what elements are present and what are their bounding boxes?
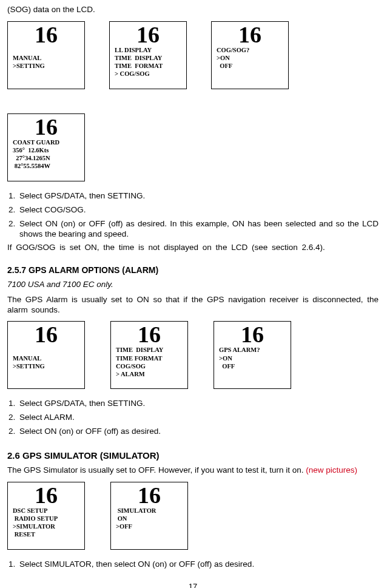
lcd-channel: 16 <box>10 484 82 507</box>
lcd-channel: 16 <box>10 23 82 46</box>
step-number: 1. <box>8 399 19 409</box>
lcd-channel: 16 <box>113 323 185 346</box>
lcd-channel: 16 <box>112 23 184 46</box>
step-number: 2. <box>8 413 19 423</box>
page-number: 17 <box>7 582 379 589</box>
section-heading-26: 2.6 GPS SIMULATOR (SIMULATOR) <box>7 450 379 462</box>
lcd-lines: LL DISPLAY TIME DISPLAY TIME FORMAT > CO… <box>112 46 184 78</box>
lcd-screen: 16 MANUAL >SETTING <box>7 321 85 389</box>
lcd-screen: 16 COG/SOG? >ON OFF <box>211 21 289 89</box>
lcd-lines: GPS ALARM? >ON OFF <box>217 346 288 370</box>
section-subtitle: 7100 USA and 7100 EC only. <box>7 280 379 290</box>
lcd-screen: 16 COAST GUARD 356° 12.6Kts 27°34.1265N … <box>7 113 85 181</box>
step-text: Select SIMULATOR, then select ON (on) or… <box>19 559 379 570</box>
note-text: If GOG/SOG is set ON, the time is not di… <box>7 243 379 253</box>
step-text: Select ALARM. <box>19 413 379 423</box>
intro-text: (SOG) data on the LCD. <box>7 5 379 15</box>
lcd-channel: 16 <box>113 484 185 507</box>
lcd-lines: MANUAL >SETTING <box>10 46 82 70</box>
step-text: Select ON (on) or OFF (off) as desired. <box>19 427 379 437</box>
lcd-lines: MANUAL >SETTING <box>10 346 82 370</box>
lcd-lines: COAST GUARD 356° 12.6Kts 27°34.1265N 82°… <box>10 138 82 171</box>
lcd-channel: 16 <box>217 323 288 346</box>
lcd-row-2: 16 MANUAL >SETTING 16 TIME DISPLAY TIME … <box>7 321 379 389</box>
lcd-channel: 16 <box>10 115 82 138</box>
step-text: Select GPS/DATA, then SETTING. <box>19 191 379 201</box>
editorial-note: (new pictures) <box>306 465 357 475</box>
section-desc: The GPS Alarm is usually set to ON so th… <box>7 295 379 316</box>
lcd-lines: TIME DISPLAY TIME FORMAT COG/SOG > ALARM <box>113 346 185 378</box>
step-text: Select COG/SOG. <box>19 205 379 215</box>
lcd-lines: SIMULATOR ON >OFF <box>113 507 185 530</box>
lcd-screen: 16 GPS ALARM? >ON OFF <box>214 321 291 389</box>
lcd-screen: 16 LL DISPLAY TIME DISPLAY TIME FORMAT >… <box>109 21 187 89</box>
step-number: 1. <box>8 559 19 570</box>
lcd-screen: 16 SIMULATOR ON >OFF <box>110 482 188 550</box>
lcd-screen: 16 TIME DISPLAY TIME FORMAT COG/SOG > AL… <box>110 321 188 389</box>
step-number: 2. <box>8 427 19 437</box>
steps-list-3: 1.Select SIMULATOR, then select ON (on) … <box>7 559 379 570</box>
lcd-lines: COG/SOG? >ON OFF <box>214 46 286 70</box>
lcd-screen: 16 DSC SETUP RADIO SETUP >SIMULATOR RESE… <box>7 482 85 550</box>
step-number: 2. <box>8 205 19 215</box>
lcd-row-3: 16 DSC SETUP RADIO SETUP >SIMULATOR RESE… <box>7 482 379 550</box>
lcd-channel: 16 <box>10 323 82 346</box>
lcd-screen: 16 MANUAL >SETTING <box>7 21 85 89</box>
section-desc: The GPS Simulator is usually set to OFF.… <box>7 465 379 476</box>
steps-list-1: 1.Select GPS/DATA, then SETTING. 2.Selec… <box>7 191 379 240</box>
lcd-row-1: 16 MANUAL >SETTING 16 LL DISPLAY TIME DI… <box>7 21 379 181</box>
lcd-channel: 16 <box>214 23 286 46</box>
step-number: 1. <box>8 191 19 201</box>
step-text: Select ON (on) or OFF (off) as desired. … <box>19 219 379 240</box>
step-number: 2. <box>8 219 19 240</box>
lcd-lines: DSC SETUP RADIO SETUP >SIMULATOR RESET <box>10 507 82 539</box>
step-text: Select GPS/DATA, then SETTING. <box>19 399 379 409</box>
section-heading-257: 2.5.7 GPS ALARM OPTIONS (ALARM) <box>7 265 379 276</box>
steps-list-2: 1.Select GPS/DATA, then SETTING. 2.Selec… <box>7 399 379 437</box>
